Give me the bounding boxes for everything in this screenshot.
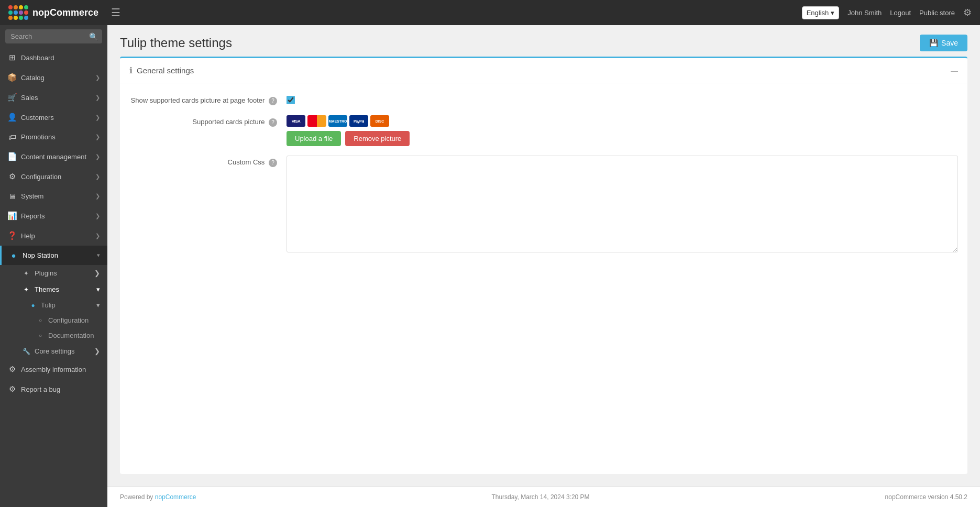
save-label: Save — [941, 39, 958, 47]
main-layout: 🔍 ⊞ Dashboard 📦 Catalog ❯ 🛒 Sales ❯ 👤 Cu… — [0, 25, 980, 507]
sidebar-item-promotions[interactable]: 🏷 Promotions ❯ — [0, 127, 107, 147]
powered-by: Powered by nopCommerce — [120, 493, 196, 501]
help-question-icon[interactable]: ? — [269, 97, 277, 105]
circle-icon: ○ — [37, 317, 44, 323]
sidebar-item-tulip-configuration[interactable]: ○ Configuration — [0, 313, 107, 328]
card-icons-group: VISA MAESTRO PayPal DISC — [287, 115, 958, 127]
top-nav-right: English ▾ John Smith Logout Public store… — [802, 6, 972, 19]
username-label: John Smith — [847, 9, 882, 17]
chevron-down-icon: ▾ — [96, 301, 100, 309]
tulip-icon: ● — [29, 302, 37, 309]
sidebar-item-system[interactable]: 🖥 System ❯ — [0, 186, 107, 206]
chevron-right-icon: ❯ — [95, 213, 100, 219]
section-title: General settings — [137, 66, 194, 75]
remove-picture-button[interactable]: Remove picture — [345, 131, 410, 146]
language-label: English — [807, 9, 829, 17]
sidebar-item-label: Report a bug — [21, 385, 100, 393]
share-icon[interactable]: ⚙ — [963, 7, 972, 18]
sidebar: 🔍 ⊞ Dashboard 📦 Catalog ❯ 🛒 Sales ❯ 👤 Cu… — [0, 25, 107, 507]
show-cards-checkbox[interactable] — [287, 96, 295, 104]
sidebar-item-label: Core settings — [35, 347, 75, 355]
settings-panel: ℹ General settings — Show supported card… — [120, 57, 967, 474]
app-name: nopCommerce — [32, 7, 98, 18]
sidebar-item-assembly-information[interactable]: ⚙ Assembly information — [0, 359, 107, 379]
chevron-right-icon: ❯ — [94, 347, 100, 355]
sidebar-item-nop-station[interactable]: ● Nop Station ▾ — [0, 246, 107, 265]
sidebar-item-label: Configuration — [21, 173, 91, 181]
chevron-right-icon: ❯ — [95, 173, 100, 180]
sidebar-item-reports[interactable]: 📊 Reports ❯ — [0, 206, 107, 226]
public-store-link[interactable]: Public store — [919, 9, 955, 17]
reports-icon: 📊 — [7, 211, 17, 221]
section-title-group: ℹ General settings — [129, 65, 194, 75]
assembly-icon: ⚙ — [7, 365, 17, 374]
dashboard-icon: ⊞ — [7, 53, 17, 62]
logo-dot — [19, 16, 23, 20]
logo-dot — [14, 10, 18, 15]
info-icon: ℹ — [129, 65, 133, 75]
sidebar-item-sales[interactable]: 🛒 Sales ❯ — [0, 87, 107, 107]
chevron-down-icon: ▾ — [96, 285, 100, 293]
sidebar-item-content-management[interactable]: 📄 Content management ❯ — [0, 147, 107, 167]
footer-datetime: Thursday, March 14, 2024 3:20 PM — [491, 493, 589, 501]
collapse-icon[interactable]: — — [951, 67, 958, 75]
logo-dot — [8, 5, 13, 9]
sidebar-item-dashboard[interactable]: ⊞ Dashboard — [0, 48, 107, 68]
sidebar-item-core-settings[interactable]: 🔧 Core settings ❯ — [0, 343, 107, 359]
save-button[interactable]: 💾 Save — [920, 35, 967, 51]
custom-css-label: Custom Css ? — [129, 156, 287, 167]
configuration-icon: ⚙ — [7, 172, 17, 181]
logo-dot — [24, 16, 28, 20]
help-question-icon[interactable]: ? — [269, 159, 277, 167]
search-input[interactable] — [5, 29, 102, 43]
main-content: Tulip theme settings 💾 Save ℹ General se… — [107, 25, 980, 507]
sidebar-item-label: Configuration — [48, 316, 89, 324]
sidebar-item-catalog[interactable]: 📦 Catalog ❯ — [0, 68, 107, 87]
logo-dot — [24, 5, 28, 9]
top-navigation: nopCommerce ☰ English ▾ John Smith Logou… — [0, 0, 980, 25]
form-area: Show supported cards picture at page foo… — [120, 83, 967, 274]
help-question-icon[interactable]: ? — [269, 118, 277, 127]
sidebar-item-label: Dashboard — [21, 54, 100, 62]
sidebar-item-customers[interactable]: 👤 Customers ❯ — [0, 107, 107, 127]
system-icon: 🖥 — [7, 192, 17, 201]
sidebar-item-themes[interactable]: ✦ Themes ▾ — [0, 281, 107, 297]
section-header: ℹ General settings — — [120, 58, 967, 83]
custom-css-textarea[interactable] — [287, 156, 958, 252]
sidebar-item-tulip[interactable]: ● Tulip ▾ — [0, 297, 107, 313]
circle-icon: ○ — [37, 333, 44, 338]
sidebar-item-label: Plugins — [35, 269, 57, 277]
sidebar-item-configuration[interactable]: ⚙ Configuration ❯ — [0, 167, 107, 186]
language-selector[interactable]: English ▾ — [802, 6, 840, 19]
sidebar-item-label: Reports — [21, 212, 91, 220]
show-cards-row: Show supported cards picture at page foo… — [129, 94, 958, 106]
chevron-right-icon: ❯ — [95, 74, 100, 81]
content-icon: 📄 — [7, 152, 17, 161]
sidebar-item-report-bug[interactable]: ⚙ Report a bug — [0, 379, 107, 399]
save-icon: 💾 — [929, 39, 938, 47]
nop-station-icon: ● — [9, 251, 18, 260]
footer-version: nopCommerce version 4.50.2 — [885, 493, 967, 501]
customers-icon: 👤 — [7, 113, 17, 122]
sidebar-item-tulip-documentation[interactable]: ○ Documentation — [0, 328, 107, 343]
upload-file-button[interactable]: Upload a file — [287, 131, 341, 146]
chevron-right-icon: ❯ — [95, 94, 100, 101]
chevron-right-icon: ❯ — [95, 153, 100, 160]
page-header: Tulip theme settings 💾 Save — [107, 25, 980, 57]
promotions-icon: 🏷 — [7, 133, 17, 141]
logout-link[interactable]: Logout — [890, 9, 911, 17]
mastercard-icon — [307, 115, 326, 127]
cards-picture-label: Supported cards picture ? — [129, 115, 287, 127]
logo-dot — [8, 16, 13, 20]
sidebar-item-plugins[interactable]: ✦ Plugins ❯ — [0, 265, 107, 281]
sidebar-item-help[interactable]: ❓ Help ❯ — [0, 226, 107, 246]
page-title: Tulip theme settings — [120, 36, 232, 50]
chevron-right-icon: ❯ — [95, 114, 100, 121]
show-cards-control — [287, 94, 958, 106]
app-logo: nopCommerce — [8, 5, 98, 20]
nopcommerce-link[interactable]: nopCommerce — [155, 493, 196, 501]
hamburger-button[interactable]: ☰ — [107, 4, 125, 21]
sidebar-item-label: Promotions — [21, 133, 91, 141]
cards-picture-control: VISA MAESTRO PayPal DISC Upload a file R… — [287, 115, 958, 146]
help-icon: ❓ — [7, 231, 17, 240]
